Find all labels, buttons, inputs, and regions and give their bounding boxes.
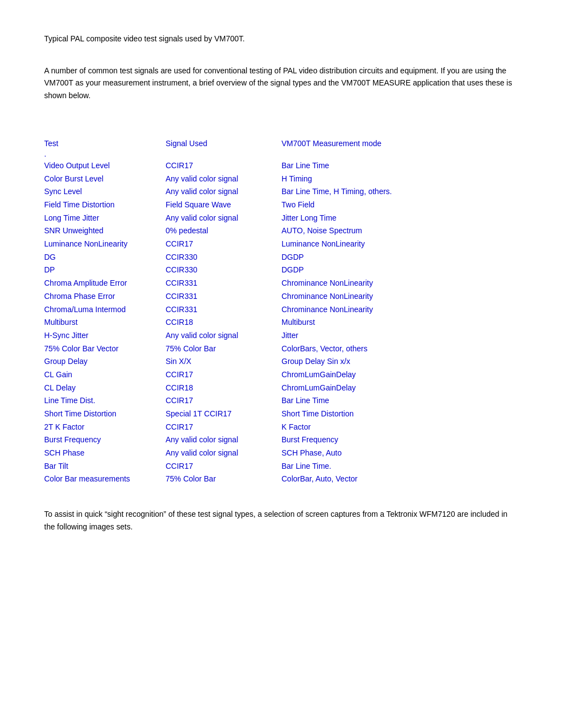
table-cell-13-2: Jitter bbox=[282, 329, 519, 342]
table-row: SCH PhaseAny valid color signalSCH Phase… bbox=[44, 447, 519, 460]
table-cell-15-2: Group Delay Sin x/x bbox=[282, 355, 519, 368]
table-cell-12-2: Multiburst bbox=[282, 316, 519, 329]
table-cell-22-2: SCH Phase, Auto bbox=[282, 447, 519, 460]
table-cell-9-0: Chroma Amplitude Error bbox=[44, 277, 166, 290]
table-cell-7-2: DGDP bbox=[282, 251, 519, 264]
table-row: Luminance NonLinearityCCIR17Luminance No… bbox=[44, 238, 519, 251]
table-row: Line Time Dist.CCIR17Bar Line Time bbox=[44, 394, 519, 408]
table-cell-17-1: CCIR18 bbox=[166, 382, 282, 395]
table-row: MultiburstCCIR18Multiburst bbox=[44, 316, 519, 329]
table-cell-21-2: Burst Frequency bbox=[282, 433, 519, 447]
table-cell-3-0: Field Time Distortion bbox=[44, 199, 166, 212]
table-cell-10-2: Chrominance NonLinearity bbox=[282, 290, 519, 303]
table-cell-4-1: Any valid color signal bbox=[166, 212, 282, 225]
table-row: H-Sync JitterAny valid color signalJitte… bbox=[44, 329, 519, 342]
table-cell-15-1: Sin X/X bbox=[166, 355, 282, 368]
table-cell-5-0: SNR Unweighted bbox=[44, 224, 166, 238]
table-cell-16-2: ChromLumGainDelay bbox=[282, 368, 519, 382]
table-cell-19-2: Short Time Distortion bbox=[282, 408, 519, 421]
table-cell-24-1: 75% Color Bar bbox=[166, 473, 282, 486]
table-cell-18-0: Line Time Dist. bbox=[44, 394, 166, 408]
table-row: CL DelayCCIR18ChromLumGainDelay bbox=[44, 382, 519, 395]
table-row: Long Time JitterAny valid color signalJi… bbox=[44, 212, 519, 225]
table-row: 2T K FactorCCIR17K Factor bbox=[44, 421, 519, 434]
table-cell-2-2: Bar Line Time, H Timing, others. bbox=[282, 185, 519, 199]
table-cell-3-1: Field Square Wave bbox=[166, 199, 282, 212]
table-cell-16-1: CCIR17 bbox=[166, 368, 282, 382]
col-header-test: Test bbox=[44, 138, 166, 149]
table-cell-7-1: CCIR330 bbox=[166, 251, 282, 264]
col-header-signal: Signal Used bbox=[166, 138, 282, 149]
table-cell-6-0: Luminance NonLinearity bbox=[44, 238, 166, 251]
table-cell-19-1: Special 1T CCIR17 bbox=[166, 408, 282, 421]
table-cell-6-1: CCIR17 bbox=[166, 238, 282, 251]
table-cell-12-1: CCIR18 bbox=[166, 316, 282, 329]
table-row: Video Output LevelCCIR17Bar Line Time bbox=[44, 159, 519, 173]
table-cell-21-0: Burst Frequency bbox=[44, 433, 166, 447]
table-cell-18-1: CCIR17 bbox=[166, 394, 282, 408]
table-row: Field Time DistortionField Square WaveTw… bbox=[44, 199, 519, 212]
table-cell-8-1: CCIR330 bbox=[166, 264, 282, 277]
table-row: CL GainCCIR17ChromLumGainDelay bbox=[44, 368, 519, 382]
table-cell-10-0: Chroma Phase Error bbox=[44, 290, 166, 303]
table-cell-6-2: Luminance NonLinearity bbox=[282, 238, 519, 251]
table-cell-20-1: CCIR17 bbox=[166, 421, 282, 434]
table-cell-23-1: CCIR17 bbox=[166, 460, 282, 473]
table-cell-4-2: Jitter Long Time bbox=[282, 212, 519, 225]
table-row: Short Time DistortionSpecial 1T CCIR17Sh… bbox=[44, 408, 519, 421]
table-cell-17-2: ChromLumGainDelay bbox=[282, 382, 519, 395]
table-cell-9-1: CCIR331 bbox=[166, 277, 282, 290]
table-cell-17-0: CL Delay bbox=[44, 382, 166, 395]
table-cell-20-0: 2T K Factor bbox=[44, 421, 166, 434]
table-cell-23-0: Bar Tilt bbox=[44, 460, 166, 473]
col-header-mode: VM700T Measurement mode bbox=[282, 138, 519, 149]
table-row: SNR Unweighted0% pedestalAUTO, Noise Spe… bbox=[44, 224, 519, 238]
table-cell-2-0: Sync Level bbox=[44, 185, 166, 199]
table-cell-7-0: DG bbox=[44, 251, 166, 264]
table-cell-14-2: ColorBars, Vector, others bbox=[282, 342, 519, 356]
table-row: Group DelaySin X/XGroup Delay Sin x/x bbox=[44, 355, 519, 368]
table-cell-21-1: Any valid color signal bbox=[166, 433, 282, 447]
table-cell-1-0: Color Burst Level bbox=[44, 173, 166, 186]
table-cell-24-0: Color Bar measurements bbox=[44, 473, 166, 486]
table-cell-8-2: DGDP bbox=[282, 264, 519, 277]
table-row: Color Bar measurements75% Color BarColor… bbox=[44, 473, 519, 486]
table-row: Chroma Phase ErrorCCIR331Chrominance Non… bbox=[44, 290, 519, 303]
table-cell-3-2: Two Field bbox=[282, 199, 519, 212]
table-cell-0-1: CCIR17 bbox=[166, 159, 282, 173]
intro-line2: A number of common test signals are used… bbox=[44, 65, 519, 101]
table-cell-5-2: AUTO, Noise Spectrum bbox=[282, 224, 519, 238]
table-cell-12-0: Multiburst bbox=[44, 316, 166, 329]
table-row: Chroma Amplitude ErrorCCIR331Chrominance… bbox=[44, 277, 519, 290]
table-row: DGCCIR330DGDP bbox=[44, 251, 519, 264]
table-cell-22-1: Any valid color signal bbox=[166, 447, 282, 460]
table-row: 75% Color Bar Vector75% Color BarColorBa… bbox=[44, 342, 519, 356]
table-cell-10-1: CCIR331 bbox=[166, 290, 282, 303]
table-cell-8-0: DP bbox=[44, 264, 166, 277]
table-cell-14-1: 75% Color Bar bbox=[166, 342, 282, 356]
table-row: Sync LevelAny valid color signalBar Line… bbox=[44, 185, 519, 199]
dot-spacer-row: . bbox=[44, 149, 519, 159]
table-cell-20-2: K Factor bbox=[282, 421, 519, 434]
table-cell-22-0: SCH Phase bbox=[44, 447, 166, 460]
table-cell-1-2: H Timing bbox=[282, 173, 519, 186]
table-cell-11-0: Chroma/Luma Intermod bbox=[44, 303, 166, 317]
table-cell-2-1: Any valid color signal bbox=[166, 185, 282, 199]
table-cell-9-2: Chrominance NonLinearity bbox=[282, 277, 519, 290]
table-row: Burst FrequencyAny valid color signalBur… bbox=[44, 433, 519, 447]
table-cell-14-0: 75% Color Bar Vector bbox=[44, 342, 166, 356]
table-cell-15-0: Group Delay bbox=[44, 355, 166, 368]
table-cell-0-2: Bar Line Time bbox=[282, 159, 519, 173]
table-row: Color Burst LevelAny valid color signalH… bbox=[44, 173, 519, 186]
table-cell-5-1: 0% pedestal bbox=[166, 224, 282, 238]
table-cell-13-0: H-Sync Jitter bbox=[44, 329, 166, 342]
table-cell-4-0: Long Time Jitter bbox=[44, 212, 166, 225]
dot-cell: . bbox=[44, 149, 166, 159]
intro-line1: Typical PAL composite video test signals… bbox=[44, 33, 519, 45]
table-row: Chroma/Luma IntermodCCIR331Chrominance N… bbox=[44, 303, 519, 317]
table-cell-19-0: Short Time Distortion bbox=[44, 408, 166, 421]
table-cell-24-2: ColorBar, Auto, Vector bbox=[282, 473, 519, 486]
table-cell-1-1: Any valid color signal bbox=[166, 173, 282, 186]
table-cell-13-1: Any valid color signal bbox=[166, 329, 282, 342]
table-row: DPCCIR330DGDP bbox=[44, 264, 519, 277]
